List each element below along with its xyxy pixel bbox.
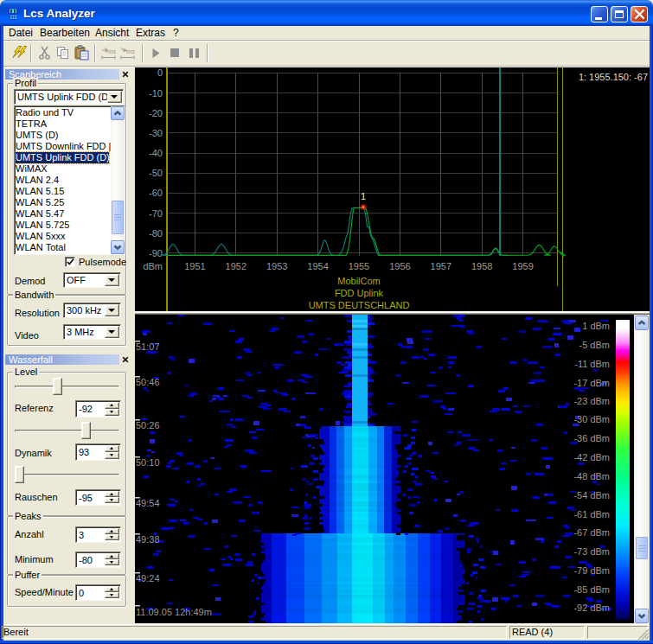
svg-text:ms: ms <box>107 48 116 55</box>
svg-text:1955: 1955 <box>349 261 369 271</box>
svg-text:51:07: 51:07 <box>136 341 160 352</box>
svg-text:-60: -60 <box>149 188 163 198</box>
svg-text:-90: -90 <box>149 248 163 258</box>
svg-text:1: 1 <box>361 191 366 201</box>
svg-text:FDD Uplink: FDD Uplink <box>335 288 384 298</box>
svg-text:49:24: 49:24 <box>136 573 160 583</box>
svg-text:-48 dBm: -48 dBm <box>573 471 610 481</box>
svg-text:-10: -10 <box>149 88 163 99</box>
svg-text:1951: 1951 <box>184 261 205 271</box>
svg-text:-42 dBm: -42 dBm <box>573 452 610 462</box>
svg-text:-85 dBm: -85 dBm <box>573 584 610 595</box>
svg-text:ms: ms <box>126 48 135 55</box>
svg-text:11.09.05 12h:49m: 11.09.05 12h:49m <box>136 607 212 617</box>
svg-text:-70: -70 <box>149 208 163 219</box>
svg-text:-30: -30 <box>149 128 163 138</box>
svg-text:-67 dBm: -67 dBm <box>573 527 610 538</box>
svg-text:-11 dBm: -11 dBm <box>574 359 610 369</box>
svg-text:MobilCom: MobilCom <box>337 276 381 286</box>
svg-text:-23 dBm: -23 dBm <box>573 396 610 406</box>
svg-text:50:46: 50:46 <box>136 377 160 387</box>
svg-text:-40: -40 <box>149 148 163 158</box>
svg-text:1956: 1956 <box>389 261 410 271</box>
svg-text:49:54: 49:54 <box>136 498 160 508</box>
svg-text:-73 dBm: -73 dBm <box>573 546 610 557</box>
svg-text:-80: -80 <box>149 228 163 239</box>
svg-text:-50: -50 <box>149 168 163 178</box>
svg-text:-36 dBm: -36 dBm <box>573 433 610 443</box>
svg-text:UMTS DEUTSCHLAND: UMTS DEUTSCHLAND <box>309 300 410 310</box>
svg-text:0: 0 <box>157 67 163 78</box>
svg-text:-30 dBm: -30 dBm <box>573 414 610 424</box>
svg-text:50:26: 50:26 <box>136 420 160 430</box>
svg-text:1954: 1954 <box>307 261 328 271</box>
svg-text:1957: 1957 <box>431 261 451 271</box>
svg-text:-92 dBm: -92 dBm <box>573 603 610 613</box>
svg-text:1: 1955.150: -67: 1: 1955.150: -67 <box>579 72 648 82</box>
svg-text:1952: 1952 <box>226 261 246 271</box>
svg-text:-20: -20 <box>149 108 163 118</box>
svg-text:-17 dBm: -17 dBm <box>573 378 610 388</box>
svg-text:1958: 1958 <box>471 261 492 271</box>
svg-text:-54 dBm: -54 dBm <box>573 490 610 501</box>
svg-text:-61 dBm: -61 dBm <box>573 509 610 520</box>
svg-text:1953: 1953 <box>266 261 287 271</box>
svg-text:1959: 1959 <box>512 261 533 271</box>
svg-text:1 dBm: 1 dBm <box>582 321 610 331</box>
svg-text:dBm: dBm <box>143 261 163 271</box>
svg-text:-5 dBm: -5 dBm <box>579 340 610 350</box>
svg-text:-79 dBm: -79 dBm <box>573 565 610 576</box>
svg-text:50:10: 50:10 <box>136 457 160 468</box>
svg-text:49:38: 49:38 <box>136 534 160 545</box>
